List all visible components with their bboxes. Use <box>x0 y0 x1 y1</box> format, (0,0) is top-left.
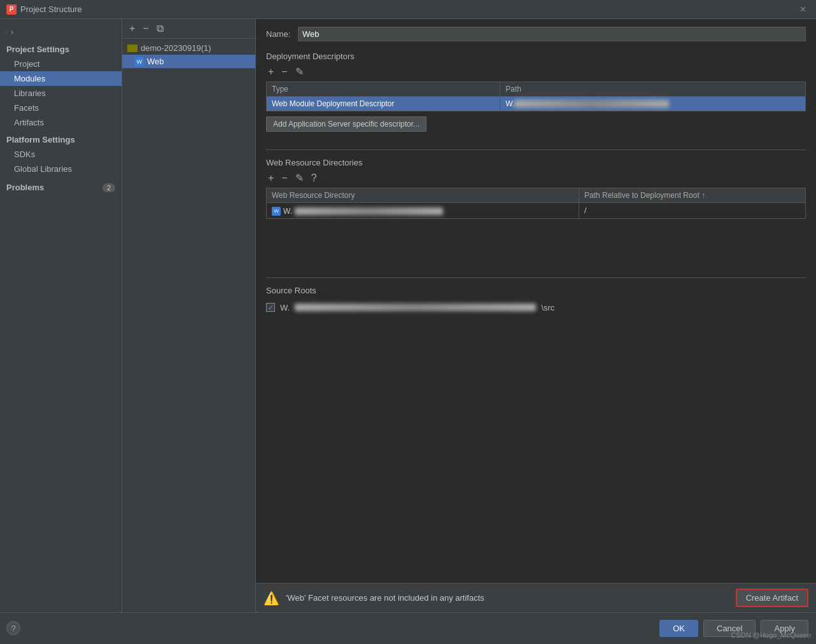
module-tree: demo-20230919(1) W Web <box>122 39 255 612</box>
source-root-suffix: \src <box>541 303 554 312</box>
edit-descriptor-button[interactable]: ✎ <box>293 66 306 78</box>
ok-button[interactable]: OK <box>659 620 698 637</box>
web-icon: W <box>135 57 144 66</box>
module-panel: + − ⧉ demo-20230919(1) W Web <box>122 19 256 612</box>
source-root-path: W. <box>280 303 290 312</box>
deployment-descriptors-header: Deployment Descriptors <box>266 52 806 61</box>
remove-descriptor-button[interactable]: − <box>279 66 289 78</box>
resource-dir-blurred <box>295 207 443 215</box>
col-path: Path <box>500 82 806 97</box>
add-descriptor-button[interactable]: + <box>266 66 276 78</box>
help-resource-dir-button[interactable]: ? <box>309 172 319 184</box>
tree-item-web[interactable]: W Web <box>122 55 255 68</box>
title-bar: P Project Structure × <box>0 0 816 19</box>
main-layout: ‹ › Project Settings Project Modules Lib… <box>0 19 816 612</box>
section-divider-1 <box>266 150 806 150</box>
bottom-bar: OK Cancel Apply <box>0 612 816 644</box>
sidebar-nav: ‹ › <box>0 24 122 39</box>
col-type: Type <box>267 82 500 97</box>
create-artifact-button[interactable]: Create Artifact <box>736 589 808 607</box>
platform-settings-section: Platform Settings <box>0 130 122 147</box>
right-panel: Name: Deployment Descriptors + − ✎ Type … <box>256 19 816 583</box>
problems-label: Problems <box>6 183 44 192</box>
warning-icon: ⚠️ <box>264 591 279 606</box>
nav-back-arrow[interactable]: ‹ <box>5 27 8 37</box>
sidebar-item-sdks[interactable]: SDKs <box>0 147 122 162</box>
deployment-descriptors-toolbar: + − ✎ <box>266 66 806 78</box>
name-input[interactable] <box>298 27 806 41</box>
source-root-checkbox[interactable] <box>266 303 275 312</box>
remove-resource-dir-button[interactable]: − <box>279 172 289 184</box>
source-root-row: W. \src <box>266 300 806 315</box>
descriptor-type: Web Module Deployment Descriptor <box>267 97 500 111</box>
sidebar: ‹ › Project Settings Project Modules Lib… <box>0 19 122 612</box>
tree-item-demo-label: demo-20230919(1) <box>141 43 211 53</box>
app-icon: P <box>6 4 17 15</box>
window-title: Project Structure <box>20 4 82 14</box>
descriptor-path-blurred <box>514 100 669 108</box>
tree-item-web-label: Web <box>147 57 164 66</box>
col-resource-dir: Web Resource Directory <box>267 188 579 203</box>
content-row: + − ⧉ demo-20230919(1) W Web Name: <box>122 19 816 612</box>
project-settings-section: Project Settings <box>0 39 122 57</box>
sidebar-item-modules[interactable]: Modules <box>0 71 122 86</box>
copy-module-button[interactable]: ⧉ <box>155 23 165 34</box>
warning-message: 'Web' Facet resources are not included i… <box>286 593 729 603</box>
name-label: Name: <box>266 29 292 39</box>
sidebar-item-global-libraries[interactable]: Global Libraries <box>0 162 122 176</box>
folder-icon <box>127 45 137 52</box>
resource-dir-icon: W <box>272 207 281 216</box>
watermark: CSDN @Hugo_McQueen <box>731 631 812 639</box>
nav-forward-arrow[interactable]: › <box>11 27 14 37</box>
warning-bar: ⚠️ 'Web' Facet resources are not include… <box>256 583 816 612</box>
source-root-blurred <box>295 304 536 311</box>
sidebar-item-libraries[interactable]: Libraries <box>0 86 122 101</box>
add-server-descriptor-button[interactable]: Add Application Server specific descript… <box>266 116 426 132</box>
help-button[interactable]: ? <box>6 621 20 635</box>
add-module-button[interactable]: + <box>127 23 137 34</box>
source-roots-header: Source Roots <box>266 286 806 295</box>
sidebar-item-project[interactable]: Project <box>0 57 122 71</box>
problems-badge: 2 <box>102 183 115 192</box>
edit-resource-dir-button[interactable]: ✎ <box>293 172 306 184</box>
descriptor-path: W. <box>500 97 806 111</box>
remove-module-button[interactable]: − <box>141 23 150 34</box>
resource-dir-path: W W. <box>267 203 579 219</box>
add-resource-dir-button[interactable]: + <box>266 172 276 184</box>
tree-item-demo[interactable]: demo-20230919(1) <box>122 41 255 55</box>
section-divider-2 <box>266 277 806 278</box>
web-resource-directories-table: Web Resource Directory Path Relative to … <box>266 188 806 219</box>
right-column: Name: Deployment Descriptors + − ✎ Type … <box>256 19 816 612</box>
web-resource-directories-header: Web Resource Directories <box>266 158 806 167</box>
sidebar-item-facets[interactable]: Facets <box>0 101 122 115</box>
name-row: Name: <box>266 27 806 41</box>
deployment-descriptors-table: Type Path Web Module Deployment Descript… <box>266 81 806 111</box>
web-resource-toolbar: + − ✎ ? <box>266 172 806 184</box>
sidebar-item-artifacts[interactable]: Artifacts <box>0 115 122 130</box>
resource-path-relative: / <box>579 203 805 219</box>
module-toolbar: + − ⧉ <box>122 19 255 39</box>
table-row[interactable]: Web Module Deployment Descriptor W. <box>267 97 806 111</box>
col-path-relative: Path Relative to Deployment Root ↑ <box>579 188 805 203</box>
close-button[interactable]: × <box>796 3 810 17</box>
table-row[interactable]: W W. / <box>267 203 806 219</box>
